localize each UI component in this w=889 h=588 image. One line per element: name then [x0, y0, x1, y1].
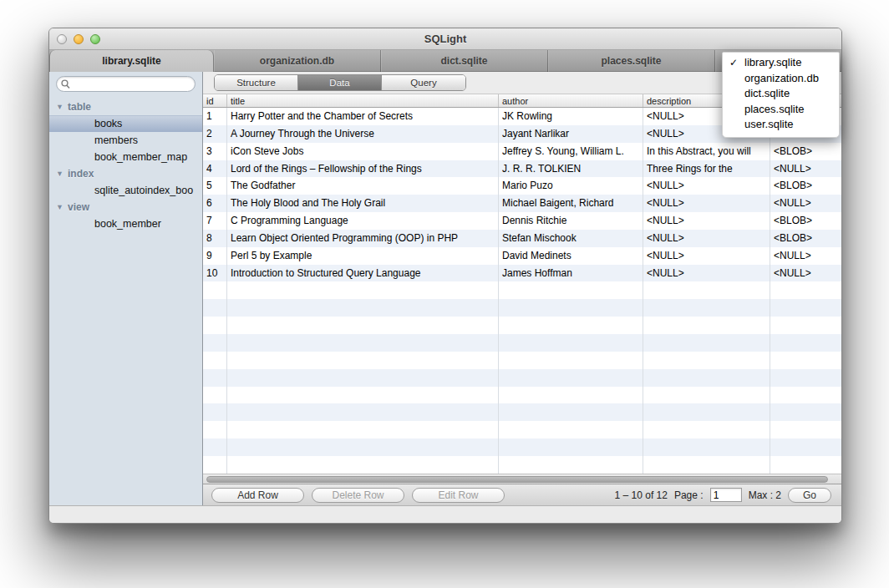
- cell: [203, 281, 227, 299]
- cell: 10: [203, 265, 227, 282]
- cell: [499, 421, 643, 438]
- disclosure-triangle-icon[interactable]: ▼: [56, 99, 64, 115]
- cell: <NULL>: [770, 160, 841, 178]
- cell: Jayant Narlikar: [499, 125, 643, 143]
- menu-item-library-sqlite[interactable]: ✓library.sqlite: [723, 55, 839, 71]
- table-row[interactable]: [203, 334, 841, 352]
- add-row-button[interactable]: Add Row: [211, 488, 304, 503]
- tab-library-sqlite[interactable]: library.sqlite: [49, 50, 214, 72]
- table-row[interactable]: [203, 299, 841, 317]
- horizontal-scrollbar[interactable]: [203, 474, 841, 484]
- tab-query[interactable]: Query: [382, 75, 465, 90]
- edit-row-button[interactable]: Edit Row: [412, 488, 505, 503]
- delete-row-button[interactable]: Delete Row: [312, 488, 404, 503]
- tree-section-table[interactable]: ▼ table: [49, 99, 202, 115]
- sidebar-item-book-member-map[interactable]: book_member_map: [49, 149, 202, 165]
- table-row[interactable]: 4Lord of the Rings – Fellowship of the R…: [203, 160, 841, 178]
- cell: Lord of the Rings – Fellowship of the Ri…: [227, 160, 499, 178]
- max-page-label: Max : 2: [749, 489, 781, 501]
- table-row[interactable]: 6The Holy Blood and The Holy GrailMichae…: [203, 195, 841, 212]
- cell: [770, 317, 841, 334]
- go-button[interactable]: Go: [788, 488, 831, 503]
- title-bar[interactable]: SQLight: [49, 28, 841, 50]
- search-input[interactable]: [74, 78, 188, 90]
- menu-item-label: user.sqlite: [744, 118, 794, 130]
- cell: [643, 421, 770, 438]
- cell: [643, 334, 770, 352]
- sidebar-item-sqlite-autoindex[interactable]: sqlite_autoindex_boo: [49, 182, 202, 199]
- cell: [203, 369, 227, 387]
- page-label: Page :: [674, 489, 704, 501]
- cell: [643, 438, 770, 456]
- column-header-author[interactable]: author: [499, 94, 643, 107]
- menu-item-organization-db[interactable]: organization.db: [723, 71, 839, 87]
- column-header-title[interactable]: title: [227, 94, 499, 107]
- tab-organization-db[interactable]: organization.db: [214, 50, 381, 72]
- cell: Dennis Ritchie: [499, 212, 643, 230]
- cell: [499, 369, 643, 387]
- cell: iCon Steve Jobs: [227, 143, 499, 160]
- table-row[interactable]: 7C Programming LanguageDennis Ritchie<NU…: [203, 212, 841, 230]
- table-row[interactable]: [203, 421, 841, 438]
- tree-section-view[interactable]: ▼ view: [49, 199, 202, 215]
- table-row[interactable]: [203, 317, 841, 334]
- cell: <NULL>: [643, 212, 770, 230]
- cell: [227, 403, 499, 421]
- table-row[interactable]: [203, 387, 841, 404]
- disclosure-triangle-icon[interactable]: ▼: [56, 165, 64, 182]
- data-grid: 1Harry Potter and the Chamber of Secrets…: [203, 108, 841, 474]
- disclosure-triangle-icon[interactable]: ▼: [56, 199, 64, 215]
- table-row[interactable]: [203, 369, 841, 387]
- cell: [499, 281, 643, 299]
- cell: <BLOB>: [770, 212, 841, 230]
- column-header-id[interactable]: id: [203, 94, 227, 107]
- table-row[interactable]: 8Learn Object Oriented Programming (OOP)…: [203, 230, 841, 247]
- tree-section-index[interactable]: ▼ index: [49, 165, 202, 182]
- table-row[interactable]: 5The GodfatherMario Puzo<NULL><BLOB>: [203, 177, 841, 195]
- table-row[interactable]: [203, 352, 841, 369]
- cell: The Godfather: [227, 177, 499, 195]
- menu-item-places-sqlite[interactable]: places.sqlite: [723, 102, 839, 118]
- cell: James Hoffman: [499, 265, 643, 282]
- table-row[interactable]: [203, 403, 841, 421]
- screen: SQLight library.sqlite organization.db d…: [0, 0, 889, 588]
- cell: [203, 403, 227, 421]
- tab-places-sqlite[interactable]: places.sqlite: [548, 50, 715, 72]
- menu-item-user-sqlite[interactable]: user.sqlite: [723, 117, 839, 133]
- window-title: SQLight: [49, 28, 841, 50]
- menu-item-label: dict.sqlite: [744, 87, 790, 99]
- cell: [203, 438, 227, 456]
- cell: [203, 317, 227, 334]
- table-row[interactable]: 3iCon Steve JobsJeffrey S. Young, Willia…: [203, 143, 841, 160]
- tree-section-label: table: [68, 101, 91, 113]
- tab-data[interactable]: Data: [298, 75, 382, 90]
- table-row[interactable]: 9Perl 5 by ExampleDavid Medinets<NULL><N…: [203, 247, 841, 265]
- sidebar-item-members[interactable]: members: [49, 132, 202, 149]
- table-row[interactable]: 10Introduction to Structured Query Langu…: [203, 265, 841, 282]
- cell: [203, 421, 227, 438]
- cell: Jeffrey S. Young, William L.: [499, 143, 643, 160]
- cell: Mario Puzo: [499, 177, 643, 195]
- cell: <BLOB>: [770, 230, 841, 247]
- cell: [227, 387, 499, 404]
- cell: [770, 403, 841, 421]
- menu-item-dict-sqlite[interactable]: dict.sqlite: [723, 86, 839, 102]
- sidebar-item-book-member[interactable]: book_member: [49, 215, 202, 232]
- tab-dict-sqlite[interactable]: dict.sqlite: [381, 50, 548, 72]
- table-row[interactable]: [203, 456, 841, 474]
- search-field[interactable]: [56, 76, 196, 92]
- cell: 9: [203, 247, 227, 265]
- cell: In this Abstract, you will: [643, 143, 770, 160]
- page-number-input[interactable]: [710, 488, 742, 502]
- cell: [203, 456, 227, 474]
- search-icon: [61, 79, 70, 89]
- scrollbar-thumb[interactable]: [206, 476, 828, 483]
- cell: [227, 456, 499, 474]
- cell: [770, 334, 841, 352]
- table-row[interactable]: [203, 281, 841, 299]
- table-row[interactable]: [203, 438, 841, 456]
- sidebar-item-books[interactable]: books: [49, 115, 202, 132]
- tab-structure[interactable]: Structure: [215, 75, 298, 90]
- cell: Harry Potter and the Chamber of Secrets: [227, 108, 499, 125]
- cell: [770, 369, 841, 387]
